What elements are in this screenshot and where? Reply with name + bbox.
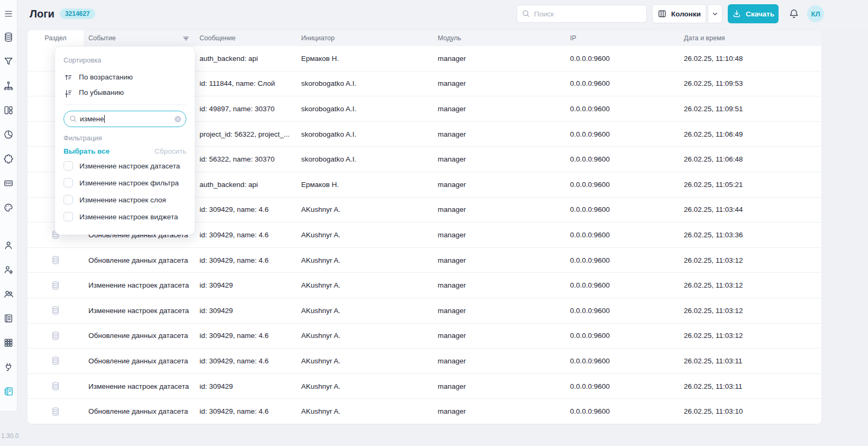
dataset-section-icon xyxy=(51,255,60,265)
filter-option[interactable]: Изменение настроек слоя xyxy=(64,191,186,208)
column-header-label: Событие xyxy=(88,34,116,42)
sidebar-item-charts[interactable] xyxy=(3,129,14,140)
sidebar-item-roles[interactable] xyxy=(3,264,14,275)
pie-chart-icon xyxy=(3,132,14,141)
cell-module: manager xyxy=(433,198,565,222)
notifications-bell-icon[interactable] xyxy=(788,8,800,20)
filter-search-value: измене xyxy=(80,115,104,123)
cell-datetime: 26.02.25, 11:03:11 xyxy=(679,349,821,373)
table-row[interactable]: Обновление данных датасетаid: 309429, na… xyxy=(28,248,821,273)
column-header-module[interactable]: Модуль xyxy=(433,30,565,46)
column-header-label: Сообщение xyxy=(200,34,236,42)
users-icon xyxy=(3,292,14,301)
cell-ip: 0.0.0.0:9600 xyxy=(565,198,679,222)
checkbox[interactable] xyxy=(64,161,73,171)
sidebar-item-logs[interactable] xyxy=(3,386,14,397)
cell-event: Изменение настроек датасета xyxy=(84,374,195,399)
cell-message: id: 309429 xyxy=(195,273,296,298)
select-all-link[interactable]: Выбрать все xyxy=(64,147,110,155)
checkbox[interactable] xyxy=(64,178,73,188)
filter-option-label: Изменение настроек слоя xyxy=(79,196,166,204)
column-header-label: Модуль xyxy=(438,34,461,42)
filter-option[interactable]: Изменение настроек фильтра xyxy=(64,174,186,191)
cell-ip: 0.0.0.0:9600 xyxy=(565,172,679,197)
menu-toggle-button[interactable] xyxy=(3,10,14,18)
cell-module: manager xyxy=(433,172,565,197)
clear-search-icon[interactable] xyxy=(174,115,182,123)
sidebar-item-connections[interactable] xyxy=(3,362,14,372)
cell-ip: 0.0.0.0:9600 xyxy=(565,374,679,399)
cell-ip: 0.0.0.0:9600 xyxy=(565,72,679,96)
column-header-ip[interactable]: IP xyxy=(565,30,679,46)
sidebar-item-filters[interactable] xyxy=(3,56,14,67)
download-button[interactable]: Скачать xyxy=(728,4,779,23)
sidebar-item-users[interactable] xyxy=(3,289,14,299)
table-row[interactable]: Обновление данных датасетаid: 309429, na… xyxy=(28,349,821,374)
cell-initiator: AKushnyr A. xyxy=(296,374,433,399)
sidebar-item-svg-assets[interactable]: SVG xyxy=(3,178,14,189)
cell-event: Изменение настроек датасета xyxy=(84,273,195,298)
plug-icon xyxy=(3,365,14,374)
avatar[interactable]: КЛ xyxy=(807,5,824,22)
filter-section-title: Фильтрация xyxy=(64,134,186,142)
dataset-section-icon xyxy=(51,306,60,315)
column-header-datetime[interactable]: Дата и время xyxy=(679,30,821,46)
cell-message: auth_backend: api xyxy=(195,46,296,71)
sidebar-item-layouts[interactable] xyxy=(3,105,14,115)
column-header-message[interactable]: Сообщение xyxy=(195,30,296,46)
cell-message: auth_backend: api xyxy=(195,172,296,197)
filter-icon[interactable] xyxy=(182,34,190,42)
sidebar-item-profile[interactable] xyxy=(3,240,14,251)
cell-initiator: AKushnyr A. xyxy=(296,222,433,247)
sidebar-item-palette[interactable] xyxy=(3,202,14,213)
sidebar-item-apps[interactable] xyxy=(3,337,14,348)
hierarchy-icon xyxy=(3,84,14,93)
filter-option[interactable]: Изменение настроек датасета xyxy=(64,157,186,174)
table-row[interactable]: Изменение настроек датасетаid: 309429AKu… xyxy=(28,298,821,324)
cell-message: id: 309429 xyxy=(195,374,296,399)
cell-initiator: Ермаков Н. xyxy=(296,172,433,197)
cell-initiator: AKushnyr A. xyxy=(296,248,433,273)
sidebar-item-plugins[interactable] xyxy=(3,154,14,164)
cell-ip: 0.0.0.0:9600 xyxy=(565,46,679,71)
cell-message: id: 49897, name: 30370 xyxy=(195,96,296,121)
page-title: Логи xyxy=(30,8,55,20)
checkbox[interactable] xyxy=(64,212,73,221)
table-row[interactable]: Изменение настроек датасетаid: 309429AKu… xyxy=(28,273,821,298)
checkbox[interactable] xyxy=(64,195,73,204)
column-header-label: Инициатор xyxy=(301,34,334,42)
cell-datetime: 26.02.25, 11:03:11 xyxy=(679,374,821,399)
reset-link[interactable]: Сбросить xyxy=(155,147,186,155)
dataset-section-icon xyxy=(51,407,60,416)
cell-module: manager xyxy=(433,374,565,399)
cell-module: manager xyxy=(433,72,565,96)
sidebar-item-datasets[interactable] xyxy=(3,32,14,42)
sort-ascending-item[interactable]: По возрастанию xyxy=(64,69,186,85)
sidebar-item-directory[interactable] xyxy=(3,313,14,324)
column-header-event[interactable]: Событие xyxy=(84,30,195,46)
cell-initiator: AKushnyr A. xyxy=(296,273,433,298)
filter-search-input[interactable]: измене xyxy=(64,111,186,127)
sort-descending-icon xyxy=(64,88,73,97)
filter-option[interactable]: Изменение настроек виджета xyxy=(64,208,186,225)
app-version: 1.30.0 xyxy=(1,432,19,440)
table-row[interactable]: Обновление данных датасетаid: 309429, na… xyxy=(28,324,821,349)
sort-descending-label: По убыванию xyxy=(79,88,124,96)
table-row[interactable]: Изменение настроек датасетаid: 309429AKu… xyxy=(28,374,821,399)
column-header-initiator[interactable]: Инициатор xyxy=(296,30,433,46)
columns-dropdown-button[interactable] xyxy=(708,4,722,23)
columns-button[interactable]: Колонки xyxy=(652,4,706,23)
cell-datetime: 26.02.25, 11:10:48 xyxy=(679,46,821,71)
column-header-section[interactable]: Раздел xyxy=(28,30,84,46)
cell-datetime: 26.02.25, 11:09:53 xyxy=(679,72,821,96)
cell-section xyxy=(28,298,84,323)
table-header-row: РазделСобытиеСообщениеИнициаторМодульIPД… xyxy=(28,30,821,46)
chevron-down-icon xyxy=(711,10,719,18)
popup-divider xyxy=(64,104,186,105)
cell-message: id: 56322, name: 30370 xyxy=(195,147,296,172)
table-row[interactable]: Обновление данных датасетаid: 309429, na… xyxy=(28,399,821,424)
sidebar-item-hierarchy[interactable] xyxy=(3,81,14,91)
global-search-input[interactable] xyxy=(517,5,647,23)
sort-descending-item[interactable]: По убыванию xyxy=(64,85,186,100)
cell-message: id: 309429, name: 4.6 xyxy=(195,198,296,222)
